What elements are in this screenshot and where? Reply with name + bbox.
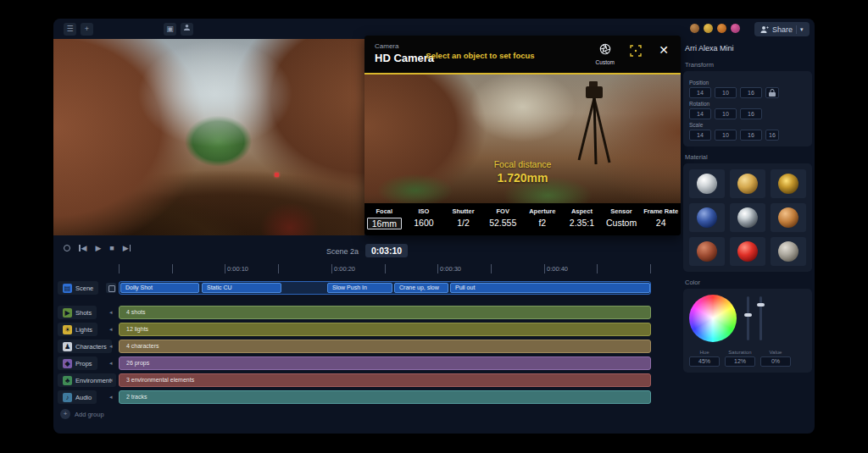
avatar[interactable]	[716, 23, 727, 34]
rotation-x-field[interactable]	[689, 108, 711, 119]
color-field-value[interactable]: 45%	[689, 356, 720, 367]
param-aperture[interactable]: Aperture f2	[523, 203, 563, 235]
audio-icon: ♪	[63, 393, 72, 402]
focus-target-button[interactable]	[630, 45, 642, 60]
scale-uniform-field[interactable]	[765, 130, 779, 141]
param-fov[interactable]: FOV 52.555	[483, 203, 523, 235]
track-label-shots[interactable]: ▶ Shots	[58, 306, 97, 319]
plus-icon: +	[60, 409, 70, 419]
scene-track-menu-button[interactable]	[106, 283, 116, 293]
color-field-label: Value	[760, 350, 791, 355]
color-field-value[interactable]: 12%	[725, 356, 755, 367]
scene-clip-lane[interactable]: Dolly Shot Static CU Slow Push In Crane …	[119, 281, 651, 295]
param-shutter[interactable]: Shutter 1/2	[443, 203, 483, 235]
material-swatch[interactable]	[689, 203, 725, 232]
frame-tool-icon[interactable]: ▣	[164, 23, 176, 36]
slider-handle[interactable]	[757, 303, 765, 307]
param-sensor[interactable]: Sensor Custom	[602, 203, 642, 235]
avatar[interactable]	[730, 23, 741, 34]
track-label-characters[interactable]: ♟ Characters	[58, 340, 112, 353]
menu-icon[interactable]: ☰	[64, 23, 76, 36]
track-label-props[interactable]: ◆ Props	[58, 356, 97, 370]
material-swatch[interactable]	[771, 169, 806, 198]
rotation-z-field[interactable]	[740, 108, 762, 119]
collapse-icon[interactable]: ◂	[109, 377, 113, 384]
app-window: ☰ + ▣ Share ▾ Camera HD Camera Select an…	[53, 19, 815, 434]
color-slider-2[interactable]	[760, 296, 762, 340]
avatar[interactable]	[689, 23, 700, 34]
material-swatch[interactable]	[730, 203, 765, 232]
material-swatch[interactable]	[771, 237, 806, 266]
param-label: FOV	[483, 207, 523, 215]
color-slider-1[interactable]	[747, 296, 749, 340]
slider-handle[interactable]	[744, 313, 752, 317]
track-row-props: ◆ Props ◂ 26 props	[53, 356, 681, 371]
add-icon[interactable]: +	[81, 23, 93, 36]
timeline-ruler[interactable]: 0:00:10 0:00:20 0:00:30 0:00:40	[119, 264, 651, 273]
environment-summary-bar[interactable]: 3 environmental elements	[119, 373, 651, 387]
props-summary-bar[interactable]: 26 props	[119, 356, 651, 370]
track-name: Scene	[75, 285, 93, 292]
rotation-y-field[interactable]	[715, 108, 737, 119]
material-swatch[interactable]	[689, 169, 725, 198]
collapse-icon[interactable]: ◂	[109, 394, 113, 401]
environment-icon: ♣	[63, 376, 72, 385]
clip[interactable]: Dolly Shot	[120, 283, 199, 293]
ruler-label: 0:00:20	[334, 265, 355, 273]
param-aspect[interactable]: Aspect 2.35:1	[562, 203, 602, 235]
collapse-icon[interactable]: ◂	[109, 309, 113, 316]
characters-summary-bar[interactable]: 4 characters	[119, 340, 651, 353]
position-z-field[interactable]	[740, 87, 762, 98]
avatar[interactable]	[703, 23, 714, 34]
collapse-icon[interactable]: ◂	[109, 326, 113, 333]
selected-object-title: Arri Alexa Mini	[685, 44, 812, 52]
audio-summary-bar[interactable]: 2 tracks	[119, 390, 651, 404]
close-icon[interactable]: ✕	[659, 43, 669, 57]
material-swatch[interactable]	[771, 203, 806, 232]
color-field-hue: Hue 45%	[689, 350, 720, 367]
position-x-field[interactable]	[689, 87, 711, 98]
camera-preview[interactable]: Focal distance 1.720mm	[364, 75, 681, 203]
material-swatch[interactable]	[730, 237, 765, 266]
material-swatch[interactable]	[689, 237, 725, 266]
track-label-audio[interactable]: ♪ Audio	[58, 390, 97, 404]
param-frame-rate[interactable]: Frame Rate 24	[641, 203, 681, 235]
scale-x-field[interactable]	[689, 130, 711, 141]
clip[interactable]: Crane up, slow	[394, 283, 448, 293]
collapse-icon[interactable]: ◂	[109, 360, 113, 367]
add-group-button[interactable]: + Add group	[60, 409, 104, 419]
color-field-value[interactable]: 0%	[760, 356, 791, 367]
selection-gizmo[interactable]	[275, 173, 279, 177]
color-wheel[interactable]	[689, 295, 737, 342]
track-label-scene[interactable]: ▤ Scene	[58, 281, 98, 295]
track-label-environment[interactable]: ♣ Environment	[58, 373, 116, 387]
track-name: Shots	[75, 309, 92, 317]
inspector-sidebar: Arri Alexa Mini Transform Position Rotat…	[683, 37, 812, 430]
param-value: 2.35:1	[562, 218, 602, 228]
position-y-field[interactable]	[715, 87, 737, 98]
scene-viewport[interactable]	[53, 39, 364, 235]
lights-summary-bar[interactable]: 12 lights	[119, 323, 651, 336]
param-focal[interactable]: Focal 16mm	[364, 203, 404, 235]
track-row-audio: ♪ Audio ◂ 2 tracks	[53, 390, 681, 405]
param-iso[interactable]: ISO 1600	[404, 203, 444, 235]
lock-toggle[interactable]	[765, 87, 779, 98]
character-tool-icon[interactable]	[181, 23, 193, 36]
camera-panel: Camera HD Camera Select an object to set…	[364, 36, 681, 235]
track-label-lights[interactable]: ☀ Lights	[58, 323, 97, 336]
share-button[interactable]: Share ▾	[754, 22, 810, 36]
clip[interactable]: Static CU	[202, 283, 281, 293]
material-swatch[interactable]	[730, 169, 765, 198]
shots-summary-bar[interactable]: 4 shots	[119, 306, 651, 319]
ruler-label: 0:00:10	[227, 265, 248, 273]
scene-label: Scene 2a	[326, 247, 359, 256]
clip[interactable]: Slow Push In	[327, 283, 392, 293]
scale-z-field[interactable]	[740, 130, 762, 141]
collapse-icon[interactable]: ◂	[109, 343, 113, 350]
chevron-down-icon[interactable]: ▾	[800, 26, 804, 33]
custom-aperture-button[interactable]: Custom	[596, 43, 615, 65]
track-name: Environment	[75, 377, 111, 384]
clip[interactable]: Pull out	[450, 283, 650, 293]
color-field-label: Hue	[689, 350, 720, 355]
scale-y-field[interactable]	[715, 130, 737, 141]
